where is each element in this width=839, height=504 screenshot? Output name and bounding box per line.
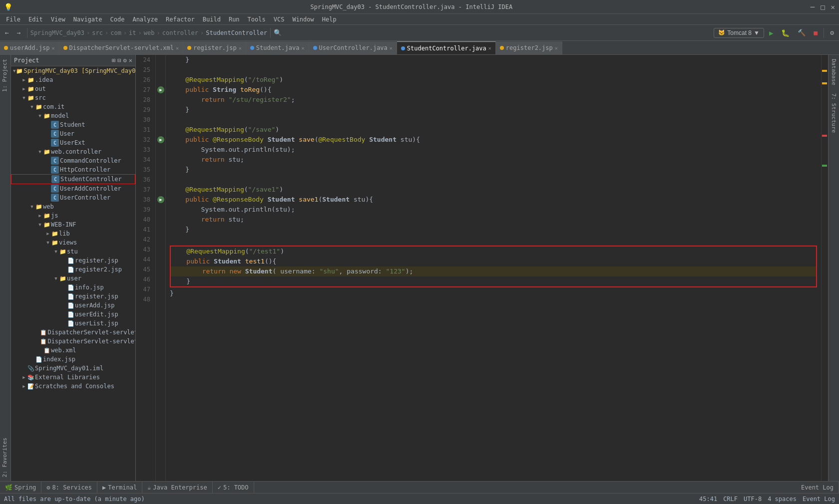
breadcrumb-class[interactable]: StudentController bbox=[206, 29, 267, 36]
maximize-button[interactable]: □ bbox=[821, 3, 825, 11]
menu-item-help[interactable]: Help bbox=[318, 14, 341, 25]
filetab-register-jsp[interactable]: register.jsp✕ bbox=[183, 41, 246, 54]
tab-terminal[interactable]: ▶ Terminal bbox=[97, 482, 142, 494]
project-panel-toggle[interactable]: 1: Project bbox=[0, 55, 10, 96]
tree-item-comit[interactable]: ▼ 📁 com.it bbox=[11, 102, 135, 111]
tab-java-enterprise[interactable]: ☕ Java Enterprise bbox=[142, 482, 213, 494]
tab-close-icon[interactable]: ✕ bbox=[302, 45, 305, 51]
tab-close-icon[interactable]: ✕ bbox=[176, 45, 179, 51]
tree-item-webcontroller[interactable]: ▼ 📁 web.controller bbox=[11, 147, 135, 156]
project-collapse-icon[interactable]: ⊟ bbox=[117, 57, 121, 64]
tab-close-icon[interactable]: ✕ bbox=[488, 45, 491, 51]
tree-item-lib[interactable]: ▶ 📁 lib bbox=[11, 229, 135, 238]
spring-label: Spring bbox=[14, 484, 36, 491]
tree-item-user[interactable]: ▶ C User bbox=[11, 129, 135, 138]
menu-item-vcs[interactable]: VCS bbox=[270, 14, 289, 25]
tomcat-dropdown[interactable]: 🐱 Tomcat 8 ▼ bbox=[714, 28, 764, 38]
tree-item-student[interactable]: ▶ C Student bbox=[11, 120, 135, 129]
tree-item-dispatcher1[interactable]: ▶ 📋 DispatcherServlet-servlet1.xml bbox=[11, 337, 135, 346]
filetab-userAdd-jsp[interactable]: userAdd.jsp✕ bbox=[0, 41, 59, 54]
project-settings-icon[interactable]: ⚙ bbox=[123, 57, 127, 64]
event-log-status[interactable]: Event Log bbox=[803, 496, 835, 503]
tab-close-icon[interactable]: ✕ bbox=[390, 45, 393, 51]
tree-item-userext[interactable]: ▶ C UserExt bbox=[11, 138, 135, 147]
tab-event-log[interactable]: Event Log bbox=[796, 482, 839, 494]
tree-item-httpcontroller[interactable]: ▶ C HttpController bbox=[11, 165, 135, 174]
tree-item-scratches[interactable]: ▶ 📝 Scratches and Consoles bbox=[11, 382, 135, 391]
menu-item-code[interactable]: Code bbox=[106, 14, 129, 25]
tree-item-views[interactable]: ▼ 📁 views bbox=[11, 238, 135, 247]
settings-icon[interactable]: ⚙ bbox=[827, 28, 837, 37]
tree-root[interactable]: ▼ 📁 SpringMVC_day03 [SpringMVC_day01] bbox=[11, 66, 135, 75]
build-button[interactable]: 🔨 bbox=[795, 28, 809, 37]
tree-item-index[interactable]: ▶ 📄 index.jsp bbox=[11, 355, 135, 364]
tree-item-src[interactable]: ▼ 📁 src bbox=[11, 93, 135, 102]
breadcrumb-project[interactable]: SpringMVC_day03 bbox=[30, 29, 84, 36]
tree-item-out[interactable]: ▶ 📁 out bbox=[11, 84, 135, 93]
close-button[interactable]: ✕ bbox=[831, 3, 835, 11]
tab-spring[interactable]: 🌿 Spring bbox=[0, 482, 41, 494]
tree-item-stu-register2[interactable]: ▶ 📄 register2.jsp bbox=[11, 265, 135, 274]
tab-services[interactable]: ⚙ 8: Services bbox=[41, 482, 97, 494]
tab-close-icon[interactable]: ✕ bbox=[555, 45, 558, 51]
breadcrumb-com[interactable]: com bbox=[110, 29, 121, 36]
tree-item-stu[interactable]: ▼ 📁 stu bbox=[11, 247, 135, 256]
tree-item-webxml[interactable]: ▶ 📋 web.xml bbox=[11, 346, 135, 355]
tree-item-idea[interactable]: ▶ 📁 .idea bbox=[11, 75, 135, 84]
structure-panel-toggle[interactable]: 7: Structure bbox=[829, 89, 839, 137]
tree-item-js[interactable]: ▶ 📁 js bbox=[11, 211, 135, 220]
tree-item-userlist[interactable]: ▶ 📄 userList.jsp bbox=[11, 319, 135, 328]
minimize-button[interactable]: ─ bbox=[811, 3, 815, 11]
menu-item-file[interactable]: File bbox=[2, 14, 24, 25]
stop-button[interactable]: ■ bbox=[811, 28, 821, 37]
menu-item-navigate[interactable]: Navigate bbox=[69, 14, 106, 25]
filetab-StudentController-java[interactable]: StudentController.java✕ bbox=[397, 41, 496, 54]
tomcat-icon: 🐱 bbox=[718, 29, 725, 36]
tree-item-webinf[interactable]: ▼ 📁 WEB-INF bbox=[11, 220, 135, 229]
tree-item-useraddcontroller[interactable]: ▶ C UserAddController bbox=[11, 184, 135, 193]
tree-item-user-register[interactable]: ▶ 📄 register.jsp bbox=[11, 292, 135, 301]
tab-close-icon[interactable]: ✕ bbox=[239, 45, 242, 51]
breadcrumb-it[interactable]: it bbox=[129, 29, 136, 36]
menu-item-view[interactable]: View bbox=[47, 14, 69, 25]
debug-button[interactable]: 🐛 bbox=[778, 28, 793, 38]
tree-item-usercontroller[interactable]: ▶ C UserController bbox=[11, 193, 135, 202]
breadcrumb-web[interactable]: web bbox=[144, 29, 155, 36]
project-close-icon[interactable]: ✕ bbox=[129, 57, 132, 64]
tree-item-studentcontroller[interactable]: ▶ C StudentController bbox=[11, 174, 135, 184]
menu-item-analyze[interactable]: Analyze bbox=[128, 14, 162, 25]
breadcrumb-controller[interactable]: controller bbox=[162, 29, 198, 36]
run-button[interactable]: ▶ bbox=[766, 28, 776, 38]
filetab-Student-java[interactable]: Student.java✕ bbox=[246, 41, 309, 54]
tree-item-stu-register[interactable]: ▶ 📄 register.jsp bbox=[11, 256, 135, 265]
tab-close-icon[interactable]: ✕ bbox=[51, 45, 54, 51]
menu-item-run[interactable]: Run bbox=[225, 14, 244, 25]
project-expand-icon[interactable]: ⊞ bbox=[112, 57, 115, 64]
tree-item-useredit[interactable]: ▶ 📄 userEdit.jsp bbox=[11, 310, 135, 319]
tree-item-model[interactable]: ▼ 📁 model bbox=[11, 111, 135, 120]
line-ending: CRLF bbox=[723, 496, 738, 503]
tree-item-web[interactable]: ▼ 📁 web bbox=[11, 202, 135, 211]
tree-item-useradd[interactable]: ▶ 📄 userAdd.jsp bbox=[11, 301, 135, 310]
filetab-DispatcherServlet-servlet-xml[interactable]: DispatcherServlet-servlet.xml✕ bbox=[59, 41, 184, 54]
menu-item-tools[interactable]: Tools bbox=[244, 14, 270, 25]
database-panel-toggle[interactable]: Database bbox=[829, 55, 839, 89]
menu-item-edit[interactable]: Edit bbox=[24, 14, 47, 25]
tree-item-dispatcher[interactable]: ▶ 📋 DispatcherServlet-servlet.xml bbox=[11, 328, 135, 337]
tab-todo[interactable]: ✓ 5: TODO bbox=[213, 482, 254, 494]
code-editor[interactable]: } @RequestMapping("/toReg") public Strin… bbox=[166, 55, 821, 481]
tree-item-commandcontroller[interactable]: ▶ C CommandController bbox=[11, 156, 135, 165]
breadcrumb-src[interactable]: src bbox=[92, 29, 103, 36]
menu-item-window[interactable]: Window bbox=[288, 14, 318, 25]
tree-item-externalibs[interactable]: ▶ 📚 External Libraries bbox=[11, 373, 135, 382]
back-button[interactable]: ← bbox=[2, 28, 12, 37]
tree-item-iml[interactable]: ▶ 📎 SpringMVC_day01.iml bbox=[11, 364, 135, 373]
filetab-UserController-java[interactable]: UserController.java✕ bbox=[309, 41, 397, 54]
menu-item-refactor[interactable]: Refactor bbox=[162, 14, 199, 25]
favorites-panel-toggle[interactable]: 2: Favorites bbox=[0, 434, 10, 481]
menu-item-build[interactable]: Build bbox=[199, 14, 225, 25]
forward-button[interactable]: → bbox=[14, 28, 24, 37]
filetab-register2-jsp[interactable]: register2.jsp✕ bbox=[496, 41, 562, 54]
tree-item-user-folder[interactable]: ▼ 📁 user bbox=[11, 274, 135, 283]
tree-item-info[interactable]: ▶ 📄 info.jsp bbox=[11, 283, 135, 292]
